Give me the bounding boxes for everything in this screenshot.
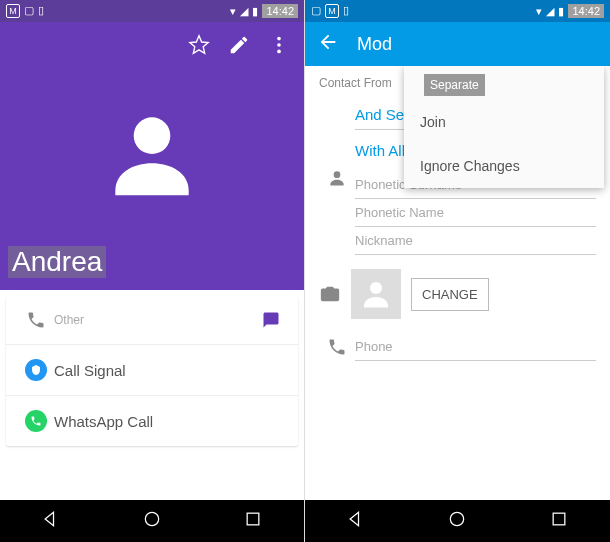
screenshot-icon: ▢ — [24, 4, 34, 18]
signal-icon: ◢ — [546, 5, 554, 18]
signal-label: Call Signal — [54, 362, 286, 379]
contact-name: Andrea — [8, 246, 106, 278]
app-bar-title: Mod — [357, 34, 392, 55]
phonetic-name-field[interactable] — [355, 199, 596, 227]
battery-icon: ▮ — [558, 5, 564, 18]
whatsapp-icon — [25, 410, 47, 432]
menu-ignore-changes[interactable]: Ignore Changes — [404, 144, 604, 188]
home-nav-button[interactable] — [447, 509, 467, 533]
phone-icon — [26, 310, 46, 330]
edit-button[interactable] — [228, 34, 250, 60]
clock: 14:42 — [568, 4, 604, 18]
edit-body: Separate Join Ignore Changes Contact Fro… — [305, 66, 610, 500]
person-icon — [327, 168, 347, 188]
phone-field[interactable] — [355, 333, 596, 361]
star-button[interactable] — [188, 34, 210, 60]
more-button[interactable] — [268, 34, 290, 60]
whatsapp-row[interactable]: WhatsApp Call — [6, 396, 298, 446]
recent-nav-button[interactable] — [549, 509, 569, 533]
sim-icon: ▯ — [343, 4, 349, 18]
back-nav-button[interactable] — [346, 509, 366, 533]
wifi-icon: ▾ — [536, 5, 542, 18]
screenshot-icon: ▢ — [311, 4, 321, 18]
nav-bar — [305, 500, 610, 542]
sim-icon: ▯ — [38, 4, 44, 18]
camera-icon — [319, 283, 341, 305]
app-bar: Mod — [305, 22, 610, 66]
photo-thumbnail[interactable] — [351, 269, 401, 319]
battery-icon: ▮ — [252, 5, 258, 18]
clock: 14:42 — [262, 4, 298, 18]
recent-nav-button[interactable] — [243, 509, 263, 533]
svg-point-0 — [277, 37, 281, 41]
svg-rect-5 — [247, 513, 259, 525]
contact-body: Other Call Signal WhatsApp Call — [0, 290, 304, 500]
signal-icon: ◢ — [240, 5, 248, 18]
svg-point-6 — [334, 171, 341, 178]
nav-bar — [0, 500, 304, 542]
phone-row-other[interactable]: Other — [6, 296, 298, 345]
status-bar: ▢ M ▯ ▾ ◢ ▮ 14:42 — [305, 0, 610, 22]
svg-point-8 — [451, 512, 464, 525]
signal-row[interactable]: Call Signal — [6, 345, 298, 396]
change-photo-button[interactable]: CHANGE — [411, 278, 489, 311]
gmail-icon: M — [325, 4, 339, 18]
back-button[interactable] — [317, 31, 339, 57]
svg-point-4 — [145, 512, 158, 525]
gmail-icon: M — [6, 4, 20, 18]
message-icon[interactable] — [262, 311, 280, 329]
svg-point-1 — [277, 43, 281, 47]
svg-point-2 — [277, 50, 281, 54]
wifi-icon: ▾ — [230, 5, 236, 18]
phone-type-label: Other — [54, 313, 256, 327]
svg-rect-9 — [553, 513, 565, 525]
phone-edit-contact: ▢ M ▯ ▾ ◢ ▮ 14:42 Mod Separate Join Igno… — [305, 0, 610, 542]
back-nav-button[interactable] — [41, 509, 61, 533]
phone-contact-view: M ▢ ▯ ▾ ◢ ▮ 14:42 Andrea Other — [0, 0, 305, 542]
phone-icon — [327, 337, 347, 357]
nickname-field[interactable] — [355, 227, 596, 255]
overflow-menu: Separate Join Ignore Changes — [404, 66, 604, 188]
menu-join[interactable]: Join — [404, 100, 604, 144]
status-bar: M ▢ ▯ ▾ ◢ ▮ 14:42 — [0, 0, 304, 22]
svg-point-3 — [134, 117, 171, 154]
menu-separate[interactable]: Separate — [424, 74, 485, 96]
contact-avatar — [97, 99, 207, 213]
svg-point-7 — [370, 282, 382, 294]
contact-header: Andrea — [0, 22, 304, 290]
signal-icon — [25, 359, 47, 381]
whatsapp-label: WhatsApp Call — [54, 413, 286, 430]
home-nav-button[interactable] — [142, 509, 162, 533]
